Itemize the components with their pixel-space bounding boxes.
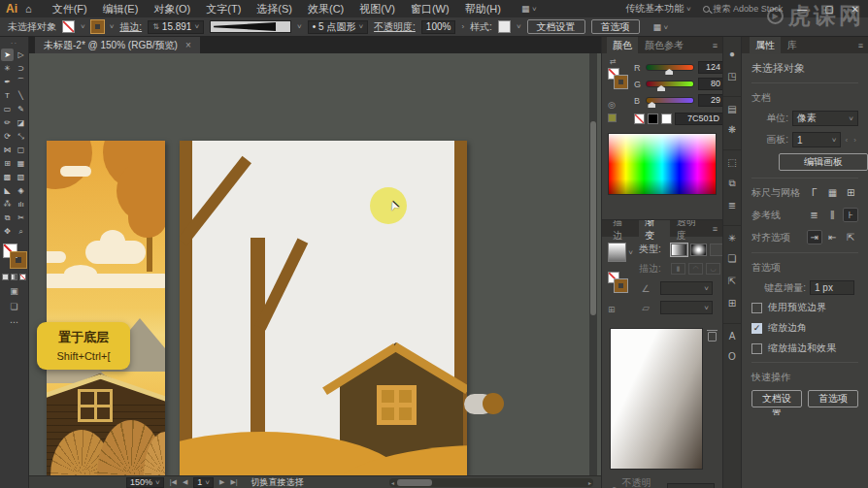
options-icon[interactable]: ▦ ˅ <box>653 22 669 32</box>
black-swatch[interactable] <box>648 114 658 124</box>
slider-value-G[interactable]: 80 <box>698 78 722 90</box>
lasso-tool[interactable]: ⊃ <box>15 62 27 75</box>
delete-stop-icon[interactable] <box>708 332 717 342</box>
slider-track-B[interactable] <box>646 97 694 104</box>
style-swatch[interactable] <box>498 20 511 33</box>
hex-field[interactable]: 7C501D <box>675 113 722 125</box>
pathfinder-panel-icon[interactable]: ⧉ <box>723 172 741 194</box>
none-mode-button[interactable] <box>19 274 26 280</box>
symbol-sprayer-tool[interactable]: ⁂ <box>1 198 14 211</box>
menu-item-8[interactable]: 帮助(H) <box>458 1 508 17</box>
grid-icon[interactable]: ▦ <box>825 185 841 200</box>
stroke-along-icon[interactable]: ◠ <box>688 263 703 275</box>
rotate-tool[interactable]: ⟳ <box>1 130 14 143</box>
hand-tool[interactable]: ✥ <box>1 225 14 238</box>
gradient-aspect-select[interactable]: ˅ <box>660 301 713 314</box>
edit-artboards-button[interactable]: 编辑画板 <box>779 153 868 171</box>
menu-item-7[interactable]: 窗口(W) <box>404 1 456 17</box>
slider-track-G[interactable] <box>646 81 694 87</box>
show-guides-icon[interactable]: ≣ <box>807 208 822 222</box>
line-segment-tool[interactable]: ╲ <box>15 89 27 102</box>
gradient-preview[interactable] <box>610 328 703 470</box>
tab-gradient[interactable]: 渐变 <box>639 219 670 244</box>
stroke-weight-label[interactable]: 描边: <box>119 20 142 34</box>
ruler-icon[interactable]: Г <box>807 185 822 200</box>
artboard-tool[interactable]: ⧉ <box>1 211 14 224</box>
scale-tool[interactable]: ⤡ <box>15 130 27 143</box>
restore-button[interactable]: ▢ <box>821 4 836 15</box>
artboards-panel-icon[interactable]: ⊞ <box>723 292 741 314</box>
stroke-color-swatch[interactable] <box>91 20 104 33</box>
none-swatch[interactable] <box>634 114 645 124</box>
close-button[interactable]: ✕ <box>849 4 862 15</box>
slider-handle-G[interactable] <box>657 85 665 91</box>
brushes-panel-icon[interactable]: ▤ <box>723 96 741 118</box>
quick-action-button-0[interactable]: 文档设置 <box>751 390 802 407</box>
gradient-swatch[interactable] <box>608 243 626 262</box>
checkbox-0[interactable] <box>751 303 762 313</box>
fill-caret-icon[interactable]: ˅ <box>81 22 85 31</box>
app-logo[interactable]: Ai <box>6 2 17 16</box>
tab-properties[interactable]: 属性 <box>750 37 781 54</box>
scroll-right-icon[interactable]: ▸ <box>588 479 591 486</box>
gradient-mini-stroke-swatch[interactable] <box>615 279 627 292</box>
type-tool[interactable]: T <box>1 89 14 102</box>
menu-item-3[interactable]: 文字(T) <box>199 1 248 17</box>
opentype-panel-icon[interactable]: O <box>723 345 741 368</box>
selection-tool[interactable]: ➤ <box>1 49 14 61</box>
scroll-left-icon[interactable]: ◂ <box>391 479 394 486</box>
menu-item-4[interactable]: 选择(S) <box>250 1 299 17</box>
stop-opacity-select[interactable]: ˅ <box>667 483 715 488</box>
prev-artboard-button[interactable]: ◀ <box>183 478 187 486</box>
column-graph-tool[interactable]: ılı <box>15 198 27 211</box>
free-transform-tool[interactable]: ▢ <box>15 144 27 156</box>
screen-mode-button[interactable]: ❏ <box>10 302 17 311</box>
panel-menu-icon[interactable]: ≡ <box>713 224 718 234</box>
magic-wand-tool[interactable]: ✳ <box>1 62 14 75</box>
rectangle-tool[interactable]: ▭ <box>1 103 14 115</box>
color-mode-button[interactable] <box>2 274 9 280</box>
draw-modes-button[interactable]: ▣ <box>10 286 18 296</box>
magic-wand-panel-icon[interactable]: ✳ <box>723 225 741 247</box>
gradient-annotator-icon[interactable]: ⊞ <box>608 305 633 314</box>
zoom-tool[interactable]: ⌕ <box>15 225 27 238</box>
document-tab[interactable]: 未标题-2* @ 150% (RGB/预览) × <box>35 37 200 53</box>
opacity-ch evron-icon[interactable]: › <box>461 22 464 31</box>
vertical-scrollbar[interactable] <box>589 53 597 475</box>
snap-to-pixel-icon[interactable]: ⇤ <box>825 230 841 244</box>
artboard-prev-next-icons[interactable]: ‹ › <box>845 136 858 145</box>
menu-item-5[interactable]: 效果(C) <box>301 1 351 17</box>
horizontal-scrollbar-thumb[interactable] <box>397 479 432 486</box>
width-tool[interactable]: ⋈ <box>1 144 14 156</box>
color-panel-icon[interactable]: ● <box>723 43 741 65</box>
tab-transparency[interactable]: 透明度 <box>671 219 712 244</box>
artboard-nav-select[interactable]: 1˅ <box>193 477 214 488</box>
slider-value-R[interactable]: 124 <box>698 61 722 74</box>
stroke-across-icon[interactable]: ◡ <box>706 263 720 275</box>
menu-item-6[interactable]: 视图(V) <box>352 1 402 17</box>
snap-to-point-icon[interactable]: ⇱ <box>843 230 858 244</box>
gradient-tool[interactable]: ▧ <box>15 171 27 183</box>
width-profile-select[interactable] <box>210 20 291 33</box>
pixel-grid-icon[interactable]: ⊞ <box>843 185 858 200</box>
transform-panel-icon[interactable]: ⬚ <box>723 149 741 172</box>
snap-to-grid-icon[interactable]: ⇥ <box>807 230 822 244</box>
curvature-tool[interactable]: ⌒ <box>15 76 27 88</box>
stroke-caret-icon[interactable]: ˅ <box>110 22 115 31</box>
paintbrush-tool[interactable]: ✎ <box>15 103 27 115</box>
menu-item-2[interactable]: 对象(O) <box>147 1 197 17</box>
vertical-scrollbar-thumb[interactable] <box>590 121 596 315</box>
gradient-eyedropper-icon[interactable]: ✐ <box>607 483 620 488</box>
arrange-documents-icon[interactable]: ▦ ˅ <box>521 4 537 14</box>
home-icon[interactable]: ⌂ <box>25 3 32 15</box>
checkbox-1[interactable]: ✓ <box>751 323 762 334</box>
tab-stroke[interactable]: 描边 <box>607 219 638 244</box>
brush-definition-select[interactable]: • 5 点圆形 ˅ <box>308 20 368 34</box>
toolbar-handle[interactable]: ·· <box>11 39 17 48</box>
canvas[interactable]: 置于底层 Shift+Ctrl+[ ➤ <box>29 53 601 475</box>
gradient-swatch-caret-icon[interactable]: ˅ <box>628 248 633 257</box>
align-panel-icon[interactable]: ≣ <box>723 194 741 216</box>
document-setup-button[interactable]: 文档设置 <box>527 19 585 34</box>
radial-gradient-button[interactable] <box>690 244 707 256</box>
asset-export-panel-icon[interactable]: ⇱ <box>723 270 741 292</box>
